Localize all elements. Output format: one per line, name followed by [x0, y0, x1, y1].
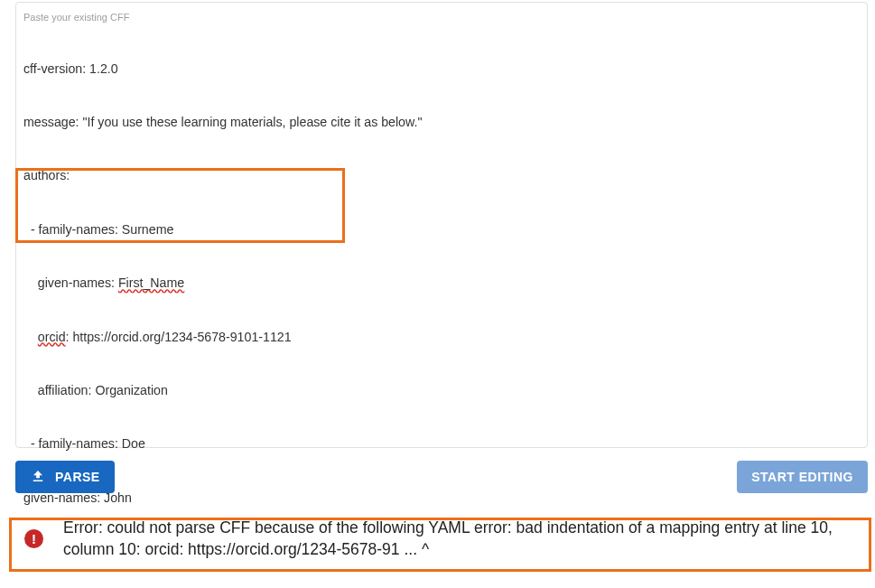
error-banner: ! Error: could not parse CFF because of … [15, 506, 868, 571]
cff-line: authors: [23, 167, 860, 185]
error-message: Error: could not parse CFF because of th… [63, 517, 859, 560]
start-editing-button-label: Start editing [751, 470, 853, 484]
cff-line: message: "If you use these learning mate… [23, 114, 860, 132]
cff-line: - family-names: Surneme [23, 221, 860, 239]
cff-line: - family-names: Doe [23, 435, 860, 453]
cff-line: cff-version: 1.2.0 [23, 61, 860, 79]
cff-input-card: Paste your existing CFF cff-version: 1.2… [15, 2, 868, 448]
button-row: Parse Start editing [15, 459, 868, 493]
upload-icon [30, 468, 46, 487]
parse-button[interactable]: Parse [15, 461, 115, 493]
parse-button-label: Parse [55, 470, 100, 484]
start-editing-button[interactable]: Start editing [737, 461, 868, 493]
cff-line: orcid: https://orcid.org/1234-5678-9101-… [23, 329, 860, 347]
cff-line: given-names: First_Name [23, 275, 860, 293]
cff-textarea[interactable]: cff-version: 1.2.0 message: "If you use … [23, 24, 860, 588]
textarea-placeholder-label: Paste your existing CFF [23, 12, 860, 23]
cff-line: affiliation: Organization [23, 382, 860, 400]
error-icon: ! [24, 529, 43, 548]
